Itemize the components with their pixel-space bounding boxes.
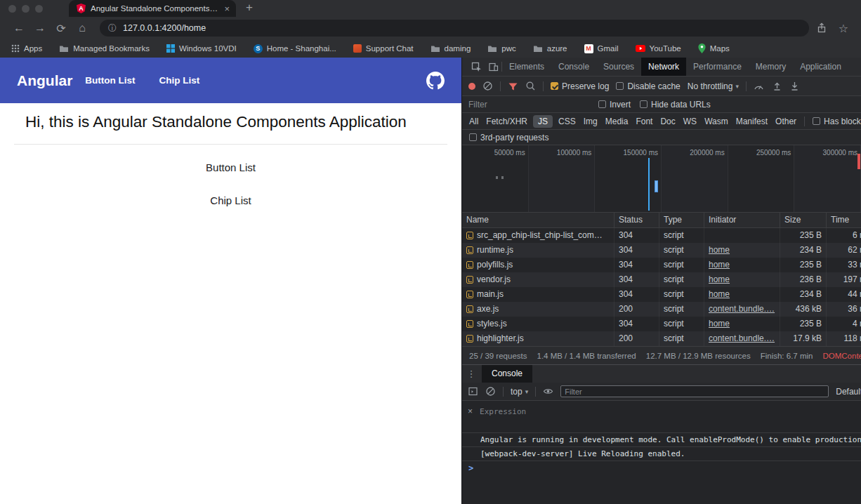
type-filter-ws[interactable]: WS	[683, 117, 697, 126]
console-context-select[interactable]: top ▾	[511, 387, 528, 397]
forward-icon[interactable]: →	[29, 22, 51, 34]
tab-sources[interactable]: Sources	[596, 58, 641, 76]
type-filter-css[interactable]: CSS	[558, 117, 576, 126]
column-size[interactable]: Size	[780, 213, 827, 227]
type-filter-media[interactable]: Media	[605, 117, 629, 126]
close-tab-icon[interactable]: ×	[224, 4, 230, 13]
clear-network-log-icon[interactable]	[482, 81, 493, 91]
type-filter-all[interactable]: All	[469, 117, 478, 126]
console-input-line[interactable]: >	[462, 461, 861, 475]
inspect-element-icon[interactable]	[468, 62, 485, 72]
request-initiator-link[interactable]: home	[704, 317, 780, 331]
type-filter-img[interactable]: Img	[584, 117, 598, 126]
close-window-button[interactable]	[8, 5, 16, 13]
console-filter-input[interactable]	[560, 385, 829, 397]
nav-button-list[interactable]: Button List	[85, 75, 135, 86]
bookmark-azure[interactable]: azure	[533, 44, 567, 53]
has-blocked-cookies-checkbox[interactable]: Has blocked cookies	[813, 117, 861, 126]
network-filter-input[interactable]	[468, 100, 589, 110]
browser-tab[interactable]: A Angular Standalone Components Applicat…	[69, 0, 236, 17]
bookmark-support-chat[interactable]: Support Chat	[353, 44, 414, 53]
tab-memory[interactable]: Memory	[749, 58, 793, 76]
link-chip-list[interactable]: Chip List	[0, 194, 461, 206]
third-party-checkbox[interactable]: 3rd-party requests	[469, 133, 548, 142]
site-info-icon[interactable]: ⓘ	[108, 22, 117, 34]
tab-performance[interactable]: Performance	[686, 58, 749, 76]
tab-console[interactable]: Console	[551, 58, 596, 76]
clear-console-icon[interactable]	[485, 386, 496, 397]
bookmark-home-shanghai[interactable]: S Home - Shanghai...	[254, 44, 336, 53]
table-row[interactable]: main.js 304 script home 234 B 44 ms	[462, 287, 861, 302]
request-initiator-link[interactable]: home	[704, 243, 780, 258]
tab-elements[interactable]: Elements	[502, 58, 551, 76]
import-har-icon[interactable]	[772, 81, 782, 91]
column-status[interactable]: Status	[614, 213, 659, 227]
table-row[interactable]: styles.js 304 script home 235 B 4 ms	[462, 317, 861, 331]
column-time[interactable]: Time	[827, 213, 861, 227]
record-network-log-icon[interactable]	[468, 83, 475, 90]
column-initiator[interactable]: Initiator	[704, 213, 780, 227]
device-toolbar-icon[interactable]	[485, 62, 501, 72]
type-filter-fetch-xhr[interactable]: Fetch/XHR	[486, 117, 527, 126]
tab-network[interactable]: Network	[641, 58, 686, 76]
table-row[interactable]: polyfills.js 304 script home 235 B 33 ms	[462, 258, 861, 272]
bookmark-youtube[interactable]: YouTube	[636, 44, 681, 53]
search-icon[interactable]	[525, 81, 536, 91]
table-row[interactable]: src_app_chip-list_chip-list_com… 304 scr…	[462, 228, 861, 243]
tab-strip: A Angular Standalone Components Applicat…	[0, 0, 861, 17]
minimize-window-button[interactable]	[22, 5, 29, 13]
table-row[interactable]: vendor.js 304 script home 236 B 197 ms	[462, 272, 861, 287]
type-filter-other[interactable]: Other	[775, 117, 796, 126]
zoom-window-button[interactable]	[35, 5, 43, 13]
network-conditions-icon[interactable]	[754, 81, 765, 91]
throttling-select[interactable]: No throttling ▾	[688, 81, 739, 91]
table-row[interactable]: highlighter.js 200 script content.bundle…	[462, 331, 861, 346]
table-row[interactable]: axe.js 200 script content.bundle.… 436 k…	[462, 302, 861, 317]
nav-chip-list[interactable]: Chip List	[159, 75, 200, 86]
hide-data-urls-checkbox[interactable]: Hide data URLs	[640, 100, 711, 110]
type-filter-doc[interactable]: Doc	[660, 117, 675, 126]
request-initiator-link[interactable]: content.bundle.…	[704, 302, 780, 317]
console-sidebar-icon[interactable]	[468, 386, 478, 397]
request-initiator-link[interactable]: home	[704, 287, 780, 302]
request-initiator-link[interactable]: home	[704, 258, 780, 272]
github-icon[interactable]	[426, 72, 445, 90]
bookmark-maps[interactable]: Maps	[698, 44, 730, 53]
column-name[interactable]: Name	[462, 213, 614, 227]
new-tab-button[interactable]: +	[246, 1, 253, 15]
address-bar[interactable]: ⓘ 127.0.0.1:4200/home	[100, 20, 809, 37]
close-expression-icon[interactable]: ×	[468, 406, 473, 416]
type-filter-js[interactable]: JS	[533, 115, 553, 128]
tab-application[interactable]: Application	[793, 58, 848, 76]
live-expression-editor[interactable]: × Expression	[462, 401, 861, 433]
bookmark-apps[interactable]: Apps	[11, 44, 42, 53]
bookmark-managed-bookmarks[interactable]: Managed Bookmarks	[59, 44, 150, 53]
table-row[interactable]: runtime.js 304 script home 234 B 62 ms	[462, 243, 861, 258]
type-filter-wasm[interactable]: Wasm	[704, 117, 728, 126]
bookmark-gmail[interactable]: M Gmail	[584, 44, 619, 53]
invert-checkbox[interactable]: Invert	[598, 100, 631, 110]
bookmark-star-icon[interactable]: ☆	[839, 22, 848, 35]
disable-cache-checkbox[interactable]: Disable cache	[616, 81, 680, 91]
request-initiator-link[interactable]: content.bundle.…	[704, 331, 780, 346]
share-icon[interactable]	[816, 22, 827, 34]
link-button-list[interactable]: Button List	[0, 161, 461, 173]
bookmark-daming[interactable]: daming	[430, 44, 471, 53]
type-filter-manifest[interactable]: Manifest	[736, 117, 768, 126]
bookmark-pwc[interactable]: pwc	[487, 44, 515, 53]
request-initiator-link[interactable]: home	[704, 272, 780, 287]
type-filter-font[interactable]: Font	[636, 117, 652, 126]
default-levels-select[interactable]: Default levels	[836, 387, 861, 397]
live-expression-eye-icon[interactable]	[543, 386, 553, 397]
back-icon[interactable]: ←	[8, 22, 29, 34]
export-har-icon[interactable]	[789, 81, 800, 91]
home-icon[interactable]: ⌂	[72, 22, 93, 34]
drawer-tab-console[interactable]: Console	[482, 365, 532, 383]
filter-funnel-icon[interactable]	[508, 81, 518, 91]
column-type[interactable]: Type	[659, 213, 704, 227]
bookmark-windows-10vdi[interactable]: Windows 10VDI	[166, 44, 237, 53]
reload-icon[interactable]: ⟳	[51, 22, 72, 35]
more-options-icon[interactable]: ⋮	[466, 369, 476, 379]
network-timeline-overview[interactable]: 50000 ms 100000 ms 150000 ms 200000 ms 2…	[462, 145, 861, 213]
preserve-log-checkbox[interactable]: Preserve log	[551, 81, 609, 91]
